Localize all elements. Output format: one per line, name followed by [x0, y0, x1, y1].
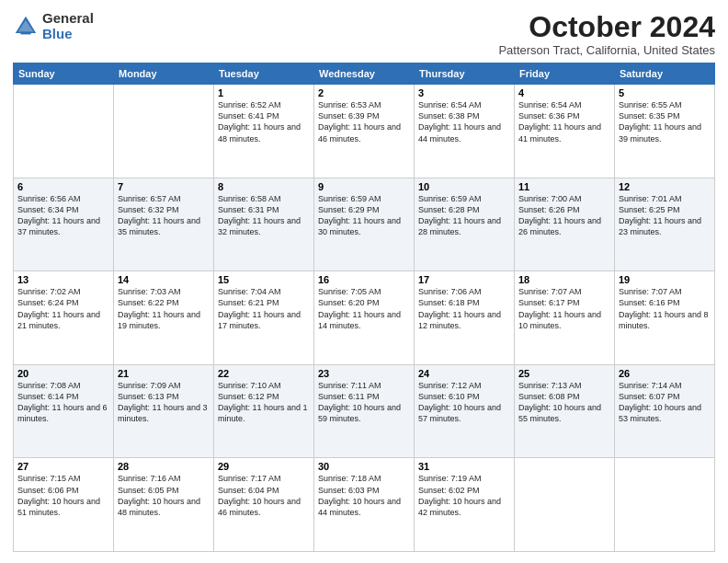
day-number: 4: [518, 87, 610, 98]
day-number: 9: [318, 181, 410, 192]
calendar-cell: 12Sunrise: 7:01 AM Sunset: 6:25 PM Dayli…: [615, 178, 715, 271]
col-monday: Monday: [114, 63, 214, 85]
day-info: Sunrise: 7:08 AM Sunset: 6:14 PM Dayligh…: [17, 380, 109, 425]
calendar-cell: 15Sunrise: 7:04 AM Sunset: 6:21 PM Dayli…: [214, 271, 314, 365]
day-number: 29: [218, 461, 310, 472]
day-info: Sunrise: 7:07 AM Sunset: 6:17 PM Dayligh…: [518, 286, 610, 331]
day-info: Sunrise: 7:14 AM Sunset: 6:07 PM Dayligh…: [619, 380, 711, 425]
logo-general: General: [42, 11, 94, 27]
day-info: Sunrise: 6:56 AM Sunset: 6:34 PM Dayligh…: [17, 193, 109, 238]
calendar-cell: 30Sunrise: 7:18 AM Sunset: 6:03 PM Dayli…: [314, 458, 415, 552]
day-number: 20: [17, 368, 109, 379]
day-number: 24: [418, 368, 510, 379]
calendar-cell: 14Sunrise: 7:03 AM Sunset: 6:22 PM Dayli…: [114, 271, 214, 365]
calendar-week-2: 6Sunrise: 6:56 AM Sunset: 6:34 PM Daylig…: [14, 178, 715, 271]
col-friday: Friday: [515, 63, 615, 85]
calendar-cell: [14, 85, 114, 178]
calendar-cell: 27Sunrise: 7:15 AM Sunset: 6:06 PM Dayli…: [14, 458, 114, 552]
day-number: 2: [318, 87, 410, 98]
day-number: 15: [218, 274, 310, 285]
day-info: Sunrise: 7:12 AM Sunset: 6:10 PM Dayligh…: [418, 380, 510, 425]
day-number: 30: [318, 461, 410, 472]
day-info: Sunrise: 7:00 AM Sunset: 6:26 PM Dayligh…: [518, 193, 610, 238]
day-info: Sunrise: 7:09 AM Sunset: 6:13 PM Dayligh…: [118, 380, 210, 425]
calendar-cell: 4Sunrise: 6:54 AM Sunset: 6:36 PM Daylig…: [515, 85, 615, 178]
calendar-cell: 17Sunrise: 7:06 AM Sunset: 6:18 PM Dayli…: [415, 271, 515, 365]
day-number: 3: [418, 87, 510, 98]
col-thursday: Thursday: [415, 63, 515, 85]
day-number: 21: [118, 368, 210, 379]
day-number: 27: [17, 461, 109, 472]
calendar-week-5: 27Sunrise: 7:15 AM Sunset: 6:06 PM Dayli…: [14, 458, 715, 552]
calendar-header-row: Sunday Monday Tuesday Wednesday Thursday…: [14, 63, 715, 85]
day-number: 13: [17, 274, 109, 285]
calendar-cell: 6Sunrise: 6:56 AM Sunset: 6:34 PM Daylig…: [14, 178, 114, 271]
logo: General Blue: [13, 11, 94, 41]
day-info: Sunrise: 6:59 AM Sunset: 6:28 PM Dayligh…: [418, 193, 510, 238]
day-info: Sunrise: 7:02 AM Sunset: 6:24 PM Dayligh…: [17, 286, 109, 331]
day-info: Sunrise: 7:07 AM Sunset: 6:16 PM Dayligh…: [619, 286, 711, 331]
day-number: 5: [619, 87, 711, 98]
day-info: Sunrise: 7:13 AM Sunset: 6:08 PM Dayligh…: [518, 380, 610, 425]
day-number: 14: [118, 274, 210, 285]
day-info: Sunrise: 7:06 AM Sunset: 6:18 PM Dayligh…: [418, 286, 510, 331]
day-number: 17: [418, 274, 510, 285]
col-saturday: Saturday: [615, 63, 715, 85]
calendar-cell: 25Sunrise: 7:13 AM Sunset: 6:08 PM Dayli…: [515, 364, 615, 458]
day-number: 19: [619, 274, 711, 285]
calendar-cell: 24Sunrise: 7:12 AM Sunset: 6:10 PM Dayli…: [415, 364, 515, 458]
calendar: Sunday Monday Tuesday Wednesday Thursday…: [13, 63, 715, 552]
day-info: Sunrise: 7:10 AM Sunset: 6:12 PM Dayligh…: [218, 380, 310, 425]
day-info: Sunrise: 7:11 AM Sunset: 6:11 PM Dayligh…: [318, 380, 410, 425]
month-title: October 2024: [498, 11, 715, 43]
day-number: 1: [218, 87, 310, 98]
day-info: Sunrise: 6:59 AM Sunset: 6:29 PM Dayligh…: [318, 193, 410, 238]
svg-rect-2: [20, 31, 30, 34]
day-info: Sunrise: 6:53 AM Sunset: 6:39 PM Dayligh…: [318, 99, 410, 144]
calendar-cell: 9Sunrise: 6:59 AM Sunset: 6:29 PM Daylig…: [314, 178, 415, 271]
logo-icon: [13, 14, 39, 40]
logo-blue: Blue: [42, 27, 94, 42]
day-number: 18: [518, 274, 610, 285]
day-number: 28: [118, 461, 210, 472]
calendar-cell: [515, 458, 615, 552]
calendar-cell: 16Sunrise: 7:05 AM Sunset: 6:20 PM Dayli…: [314, 271, 415, 365]
day-info: Sunrise: 7:19 AM Sunset: 6:02 PM Dayligh…: [418, 473, 510, 518]
calendar-cell: 31Sunrise: 7:19 AM Sunset: 6:02 PM Dayli…: [415, 458, 515, 552]
calendar-cell: 10Sunrise: 6:59 AM Sunset: 6:28 PM Dayli…: [415, 178, 515, 271]
col-tuesday: Tuesday: [214, 63, 314, 85]
calendar-cell: 29Sunrise: 7:17 AM Sunset: 6:04 PM Dayli…: [214, 458, 314, 552]
day-number: 6: [17, 181, 109, 192]
day-number: 26: [619, 368, 711, 379]
calendar-cell: 7Sunrise: 6:57 AM Sunset: 6:32 PM Daylig…: [114, 178, 214, 271]
day-number: 8: [218, 181, 310, 192]
header: General Blue October 2024 Patterson Trac…: [13, 11, 715, 57]
day-info: Sunrise: 6:55 AM Sunset: 6:35 PM Dayligh…: [619, 99, 711, 144]
day-info: Sunrise: 6:52 AM Sunset: 6:41 PM Dayligh…: [218, 99, 310, 144]
logo-text: General Blue: [42, 11, 94, 41]
day-info: Sunrise: 7:01 AM Sunset: 6:25 PM Dayligh…: [619, 193, 711, 238]
calendar-cell: 28Sunrise: 7:16 AM Sunset: 6:05 PM Dayli…: [114, 458, 214, 552]
day-info: Sunrise: 7:17 AM Sunset: 6:04 PM Dayligh…: [218, 473, 310, 518]
day-info: Sunrise: 7:16 AM Sunset: 6:05 PM Dayligh…: [118, 473, 210, 518]
day-number: 10: [418, 181, 510, 192]
col-sunday: Sunday: [14, 63, 114, 85]
col-wednesday: Wednesday: [314, 63, 415, 85]
calendar-cell: 11Sunrise: 7:00 AM Sunset: 6:26 PM Dayli…: [515, 178, 615, 271]
day-info: Sunrise: 7:18 AM Sunset: 6:03 PM Dayligh…: [318, 473, 410, 518]
calendar-cell: 18Sunrise: 7:07 AM Sunset: 6:17 PM Dayli…: [515, 271, 615, 365]
day-number: 11: [518, 181, 610, 192]
day-info: Sunrise: 6:54 AM Sunset: 6:38 PM Dayligh…: [418, 99, 510, 144]
day-number: 16: [318, 274, 410, 285]
day-info: Sunrise: 7:04 AM Sunset: 6:21 PM Dayligh…: [218, 286, 310, 331]
day-number: 22: [218, 368, 310, 379]
calendar-cell: [114, 85, 214, 178]
calendar-week-4: 20Sunrise: 7:08 AM Sunset: 6:14 PM Dayli…: [14, 364, 715, 458]
calendar-cell: 19Sunrise: 7:07 AM Sunset: 6:16 PM Dayli…: [615, 271, 715, 365]
calendar-cell: 2Sunrise: 6:53 AM Sunset: 6:39 PM Daylig…: [314, 85, 415, 178]
day-number: 12: [619, 181, 711, 192]
day-info: Sunrise: 6:58 AM Sunset: 6:31 PM Dayligh…: [218, 193, 310, 238]
calendar-cell: 23Sunrise: 7:11 AM Sunset: 6:11 PM Dayli…: [314, 364, 415, 458]
calendar-cell: 1Sunrise: 6:52 AM Sunset: 6:41 PM Daylig…: [214, 85, 314, 178]
day-number: 23: [318, 368, 410, 379]
